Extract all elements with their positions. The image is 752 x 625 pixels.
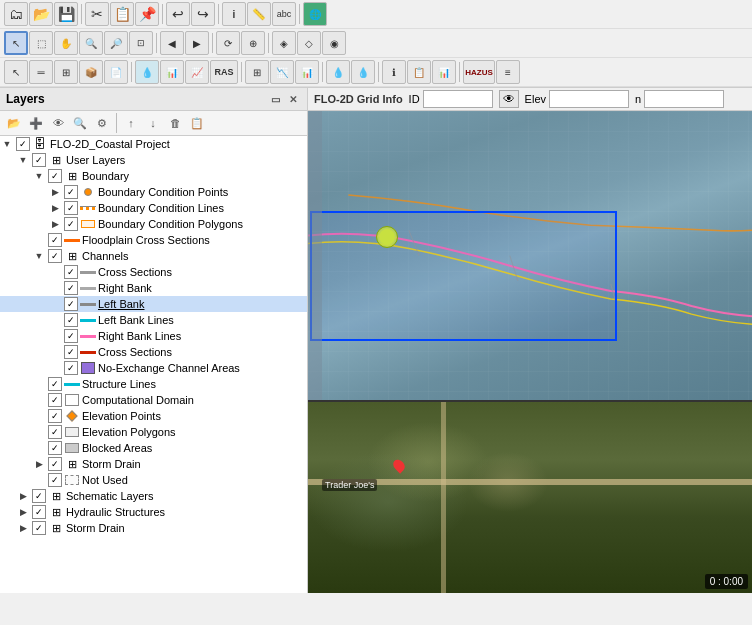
- layers-open-btn[interactable]: 📂: [4, 113, 24, 133]
- toolbar-btn-zoom-full[interactable]: ⊡: [129, 31, 153, 55]
- toolbar-btn-prev-ext[interactable]: ◀: [160, 31, 184, 55]
- toolbar-btn-next-ext[interactable]: ▶: [185, 31, 209, 55]
- toolbar-btn-select-rect[interactable]: ⬚: [29, 31, 53, 55]
- tree-hy-arrow[interactable]: ▶: [16, 505, 30, 519]
- layers-remove-btn[interactable]: 🗑: [165, 113, 185, 133]
- map-container[interactable]: Trader Joe's 0 : 0:00: [308, 111, 752, 593]
- map-id-input[interactable]: [423, 90, 493, 108]
- tree-sd2-checkbox[interactable]: ✓: [32, 521, 46, 535]
- layers-move-up-btn[interactable]: ↑: [121, 113, 141, 133]
- tree-ne-checkbox[interactable]: ✓: [64, 361, 78, 375]
- tree-floodplain-xs-checkbox[interactable]: ✓: [48, 233, 62, 247]
- tree-boundary-arrow[interactable]: ▼: [32, 169, 46, 183]
- tree-user-layers-checkbox[interactable]: ✓: [32, 153, 46, 167]
- layers-add-btn[interactable]: ➕: [26, 113, 46, 133]
- tree-schematic[interactable]: ▶ ✓ ⊞ Schematic Layers: [0, 488, 307, 504]
- tree-user-layers[interactable]: ▼ ✓ ⊞ User Layers: [0, 152, 307, 168]
- tree-lb-checkbox[interactable]: ✓: [64, 297, 78, 311]
- tree-right-bank[interactable]: ▶ ✓ Right Bank: [0, 280, 307, 296]
- tree-nu-checkbox[interactable]: ✓: [48, 473, 62, 487]
- toolbar-btn-table[interactable]: 📋: [407, 60, 431, 84]
- tree-rb-checkbox[interactable]: ✓: [64, 281, 78, 295]
- map-eye-btn[interactable]: 👁: [499, 90, 519, 108]
- tree-channels[interactable]: ▼ ✓ ⊞ Channels: [0, 248, 307, 264]
- tree-hydraulic[interactable]: ▶ ✓ ⊞ Hydraulic Structures: [0, 504, 307, 520]
- tree-channels-arrow[interactable]: ▼: [32, 249, 46, 263]
- tree-user-layers-arrow[interactable]: ▼: [16, 153, 30, 167]
- toolbar-btn-redo[interactable]: ↪: [191, 2, 215, 26]
- layers-settings-btn[interactable]: ⚙: [92, 113, 112, 133]
- toolbar-btn-ras[interactable]: RAS: [210, 60, 238, 84]
- tree-cd-checkbox[interactable]: ✓: [48, 393, 62, 407]
- toolbar-btn-paste[interactable]: 📌: [135, 2, 159, 26]
- tree-sl-checkbox[interactable]: ✓: [48, 377, 62, 391]
- toolbar-btn-rotate[interactable]: ⟳: [216, 31, 240, 55]
- tree-comp-domain[interactable]: ▶ ✓ Computational Domain: [0, 392, 307, 408]
- tree-bc-polys-arrow[interactable]: ▶: [48, 217, 62, 231]
- tree-epy-checkbox[interactable]: ✓: [48, 425, 62, 439]
- tree-left-bank[interactable]: ▶ ✓ Left Bank: [0, 296, 307, 312]
- tree-elev-polys[interactable]: ▶ ✓ Elevation Polygons: [0, 424, 307, 440]
- tree-bc-polys[interactable]: ▶ ✓ Boundary Condition Polygons: [0, 216, 307, 232]
- tree-xs2-checkbox[interactable]: ✓: [64, 345, 78, 359]
- toolbar-btn-flo8[interactable]: 📈: [185, 60, 209, 84]
- tree-sd1-checkbox[interactable]: ✓: [48, 457, 62, 471]
- toolbar-btn-select-feat[interactable]: ◈: [272, 31, 296, 55]
- toolbar-btn-tilt[interactable]: ⊕: [241, 31, 265, 55]
- layers-filter-btn[interactable]: 🔍: [70, 113, 90, 133]
- layers-close-icon[interactable]: ✕: [285, 91, 301, 107]
- toolbar-btn-hazus[interactable]: HAZUS: [463, 60, 495, 84]
- tree-sd2-arrow[interactable]: ▶: [16, 521, 30, 535]
- tree-bc-points-checkbox[interactable]: ✓: [64, 185, 78, 199]
- toolbar-btn-flo5[interactable]: 📄: [104, 60, 128, 84]
- toolbar-btn-flo11[interactable]: 📊: [295, 60, 319, 84]
- toolbar-btn-open[interactable]: 📂: [29, 2, 53, 26]
- toolbar-btn-copy[interactable]: 📋: [110, 2, 134, 26]
- tree-bc-polys-checkbox[interactable]: ✓: [64, 217, 78, 231]
- toolbar-btn-flo9[interactable]: ⊞: [245, 60, 269, 84]
- tree-lbl-checkbox[interactable]: ✓: [64, 313, 78, 327]
- tree-sd1-arrow[interactable]: ▶: [32, 457, 46, 471]
- toolbar-btn-undo[interactable]: ↩: [166, 2, 190, 26]
- tree-storm-drain-1[interactable]: ▶ ✓ ⊞ Storm Drain: [0, 456, 307, 472]
- toolbar-btn-globe[interactable]: 🌐: [303, 2, 327, 26]
- map-bottom-view[interactable]: Trader Joe's 0 : 0:00: [308, 400, 752, 593]
- tree-bc-lines-checkbox[interactable]: ✓: [64, 201, 78, 215]
- tree-rbl-checkbox[interactable]: ✓: [64, 329, 78, 343]
- tree-ba-checkbox[interactable]: ✓: [48, 441, 62, 455]
- toolbar-btn-flo4[interactable]: 📦: [79, 60, 103, 84]
- layers-visibility-btn[interactable]: 👁: [48, 113, 68, 133]
- tree-blocked-areas[interactable]: ▶ ✓ Blocked Areas: [0, 440, 307, 456]
- toolbar-btn-attr[interactable]: abc: [272, 2, 296, 26]
- toolbar-btn-flo13[interactable]: 💧: [351, 60, 375, 84]
- tree-sch-checkbox[interactable]: ✓: [32, 489, 46, 503]
- toolbar-btn-pan[interactable]: ✋: [54, 31, 78, 55]
- map-top-view[interactable]: [308, 111, 752, 400]
- toolbar-btn-flo10[interactable]: 📉: [270, 60, 294, 84]
- toolbar-btn-flo7[interactable]: 📊: [160, 60, 184, 84]
- map-elev-input[interactable]: [549, 90, 629, 108]
- tree-structure-lines[interactable]: ▶ ✓ Structure Lines: [0, 376, 307, 392]
- toolbar-btn-zoom-out[interactable]: 🔎: [104, 31, 128, 55]
- tree-boundary[interactable]: ▼ ✓ ⊞ Boundary: [0, 168, 307, 184]
- tree-elev-points[interactable]: ▶ ✓ Elevation Points: [0, 408, 307, 424]
- toolbar-btn-cut[interactable]: ✂: [85, 2, 109, 26]
- layers-minimize-icon[interactable]: ▭: [267, 91, 283, 107]
- tree-xs-1[interactable]: ▶ ✓ Cross Sections: [0, 264, 307, 280]
- tree-channels-checkbox[interactable]: ✓: [48, 249, 62, 263]
- tree-xs-2[interactable]: ▶ ✓ Cross Sections: [0, 344, 307, 360]
- tree-root-arrow[interactable]: ▼: [0, 137, 14, 151]
- toolbar-btn-flo6[interactable]: 💧: [135, 60, 159, 84]
- toolbar-btn-menu[interactable]: ≡: [496, 60, 520, 84]
- tree-rb-lines[interactable]: ▶ ✓ Right Bank Lines: [0, 328, 307, 344]
- toolbar-btn-invert-sel[interactable]: ◉: [322, 31, 346, 55]
- toolbar-btn-deselect[interactable]: ◇: [297, 31, 321, 55]
- layers-properties-btn[interactable]: 📋: [187, 113, 207, 133]
- tree-xs1-checkbox[interactable]: ✓: [64, 265, 78, 279]
- toolbar-btn-flo12[interactable]: 💧: [326, 60, 350, 84]
- tree-bc-lines-arrow[interactable]: ▶: [48, 201, 62, 215]
- toolbar-btn-zoom-in[interactable]: 🔍: [79, 31, 103, 55]
- tree-boundary-checkbox[interactable]: ✓: [48, 169, 62, 183]
- toolbar-btn-flo1[interactable]: ↖: [4, 60, 28, 84]
- tree-sch-arrow[interactable]: ▶: [16, 489, 30, 503]
